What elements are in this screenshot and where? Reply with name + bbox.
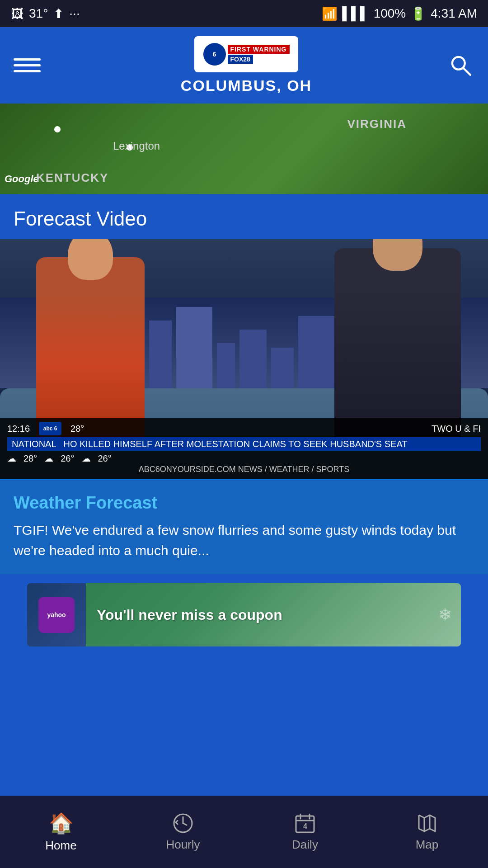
status-time: 4:31 AM — [431, 6, 477, 21]
signal-icon: ▌▌▌ — [342, 6, 369, 21]
building-4 — [217, 343, 235, 388]
cloud-icon-3: ☁ — [82, 453, 91, 464]
ticker-two: TWO U & FI — [432, 424, 481, 434]
cloud-icon-2: ☁ — [44, 453, 53, 464]
abc-badge: 6 — [203, 43, 226, 66]
anchor-male-head — [373, 239, 422, 271]
status-upload-icon: ⬆ — [53, 6, 64, 21]
search-icon — [449, 54, 473, 77]
building-5 — [239, 330, 267, 388]
map-background: VIRGINIA Lexington Google KENTUCKY — [0, 104, 488, 194]
map-dot-1 — [54, 126, 61, 132]
weather-forecast-card[interactable]: Weather Forecast TGIF! We've endured a f… — [0, 479, 488, 574]
building-7 — [298, 316, 339, 388]
nav-item-daily[interactable]: 4 Daily — [244, 796, 366, 868]
ticker-headline: NATIONAL HO KILLED HIMSELF AFTER MOLESTA… — [7, 437, 481, 451]
ad-wrapper: yahoo You'll never miss a coupon ❄ — [0, 574, 488, 656]
weather-forecast-description: TGIF! We've endured a few snow flurries … — [14, 520, 474, 561]
ad-banner[interactable]: yahoo You'll never miss a coupon ❄ — [27, 583, 461, 646]
hamburger-line-3 — [14, 70, 41, 72]
nav-item-map[interactable]: Map — [366, 796, 488, 868]
wifi-icon: 📶 — [322, 6, 338, 21]
status-left: 🖼 31° ⬆ ··· — [11, 6, 80, 21]
weather-forecast-title: Weather Forecast — [14, 493, 474, 513]
clock-icon — [172, 812, 194, 834]
city-temp-2: 26° — [61, 453, 74, 464]
calendar-icon: 4 — [294, 812, 316, 834]
building-3 — [149, 321, 172, 388]
yahoo-icon: yahoo — [38, 597, 75, 633]
nav-label-map: Map — [416, 838, 439, 852]
map-nav-icon — [416, 812, 438, 834]
nav-label-home: Home — [45, 839, 76, 853]
forecast-video-title: Forecast Video — [14, 208, 474, 230]
forecast-video-section: Forecast Video — [0, 194, 488, 230]
ticker-website: ABC6ONYOURSIDE.COM NEWS / WEATHER / SPOR… — [7, 464, 481, 475]
battery-icon: 🔋 — [410, 6, 426, 21]
svg-text:4: 4 — [303, 822, 307, 830]
ticker-temps: ☁ 28° ☁ 26° ☁ 26° — [7, 453, 481, 464]
map-label-virginia: VIRGINIA — [347, 117, 407, 131]
fox28-text: FOX28 — [228, 55, 253, 64]
anchor-female-head — [68, 239, 113, 280]
anchor-male-body — [334, 248, 461, 438]
video-ticker: 12:16 abc 6 28° TWO U & FI NATIONAL HO K… — [0, 418, 488, 479]
ticker-timestamp: 12:16 abc 6 28° TWO U & FI — [7, 422, 481, 435]
google-logo: Google — [5, 173, 39, 185]
status-bar: 🖼 31° ⬆ ··· 📶 ▌▌▌ 100% 🔋 4:31 AM — [0, 0, 488, 27]
search-button[interactable] — [447, 52, 474, 79]
yahoo-label: yahoo — [47, 611, 66, 618]
status-right: 📶 ▌▌▌ 100% 🔋 4:31 AM — [322, 6, 477, 21]
home-icon: 🏠 — [49, 811, 74, 835]
city-temp-3: 26° — [98, 453, 112, 464]
header: 6 FIRST WARNING FOX28 COLUMBUS, OH — [0, 27, 488, 104]
station-logo[interactable]: 6 FIRST WARNING FOX28 — [194, 36, 298, 72]
logo-text-area: FIRST WARNING FOX28 — [228, 45, 290, 64]
map-section[interactable]: VIRGINIA Lexington Google KENTUCKY — [0, 104, 488, 194]
video-news-set: 12:16 abc 6 28° TWO U & FI NATIONAL HO K… — [0, 239, 488, 479]
status-more-icon: ··· — [69, 6, 80, 21]
header-logo-area: 6 FIRST WARNING FOX28 COLUMBUS, OH — [45, 36, 447, 94]
nav-label-hourly: Hourly — [166, 838, 200, 852]
anchor-female-body — [36, 257, 145, 438]
hamburger-line-2 — [14, 64, 41, 66]
hamburger-menu-button[interactable] — [14, 58, 45, 72]
nav-label-daily: Daily — [292, 838, 318, 852]
nav-item-home[interactable]: 🏠 Home — [0, 796, 122, 868]
status-image-icon: 🖼 — [11, 6, 23, 21]
city-temp-1: 28° — [23, 453, 37, 464]
ticker-time: 12:16 — [7, 424, 30, 434]
first-warning-text: FIRST WARNING — [228, 45, 290, 54]
bottom-navigation: 🏠 Home Hourly 4 Daily Map — [0, 796, 488, 868]
cloud-icon-1: ☁ — [7, 453, 16, 464]
abc6-badge: abc 6 — [39, 422, 61, 435]
nav-item-hourly[interactable]: Hourly — [122, 796, 244, 868]
snowflake-icon: ❄ — [438, 605, 452, 624]
svg-line-1 — [463, 68, 470, 75]
map-label-kentucky: KENTUCKY — [36, 171, 108, 185]
hamburger-line-1 — [14, 58, 41, 61]
svg-line-4 — [183, 823, 187, 825]
building-tower — [176, 307, 212, 388]
status-temperature: 31° — [29, 6, 48, 21]
ad-phones-image: yahoo — [27, 583, 86, 646]
battery-percent: 100% — [374, 6, 406, 21]
ticker-temp: 28° — [70, 424, 84, 434]
forecast-video-thumbnail[interactable]: 12:16 abc 6 28° TWO U & FI NATIONAL HO K… — [0, 239, 488, 479]
building-6 — [271, 348, 294, 388]
map-label-lexington: Lexington — [113, 140, 160, 152]
ad-text: You'll never miss a coupon — [86, 607, 438, 623]
city-label: COLUMBUS, OH — [181, 77, 312, 94]
